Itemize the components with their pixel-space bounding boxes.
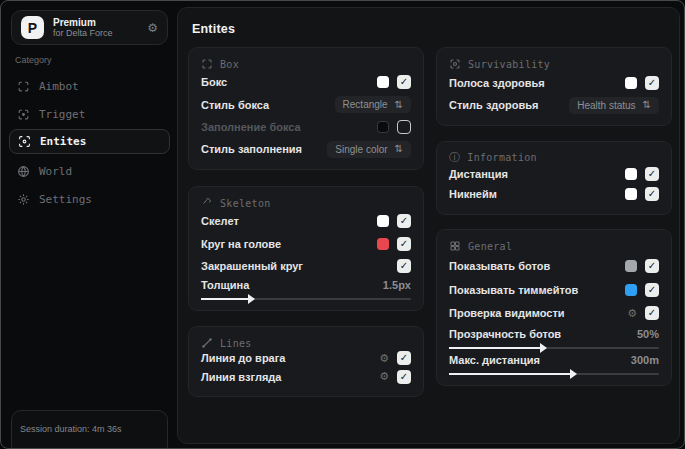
row-label: Макс. дистанция [449, 354, 540, 366]
session-duration-text: Session duration: 4m 36s [20, 424, 122, 434]
gear-icon[interactable]: ⚙ [379, 371, 389, 382]
slider-handle[interactable] [540, 343, 547, 353]
show-bots-row: Показывать ботов ✓ [449, 256, 659, 276]
max-distance-slider[interactable] [449, 373, 659, 375]
checkbox-checked[interactable]: ✓ [397, 259, 411, 273]
grid-icon [449, 240, 461, 252]
color-swatch[interactable] [625, 260, 637, 272]
checkbox-checked[interactable]: ✓ [645, 259, 659, 273]
row-label: Линия взгляда [201, 371, 281, 383]
bot-opacity-slider-group: Прозрачность ботов 50% [449, 327, 659, 349]
checkbox-checked[interactable]: ✓ [397, 75, 411, 89]
row-label: Никнейм [449, 188, 497, 200]
thickness-slider[interactable] [201, 298, 411, 300]
slider-handle[interactable] [570, 369, 577, 379]
line-icon [201, 337, 213, 349]
app-title: Premium [53, 17, 138, 29]
sidebar-item-world[interactable]: World [9, 160, 170, 183]
sidebar-item-settings[interactable]: Settings [9, 188, 170, 211]
health-bar-row: Полоса здоровья ✓ [449, 73, 659, 93]
checkbox-unchecked[interactable] [397, 120, 411, 134]
fill-style-dropdown[interactable]: Single color ⇅ [327, 141, 411, 158]
scan-heart-icon [449, 58, 461, 70]
category-label: Category [15, 55, 52, 65]
filled-circle-row: Закрашенный круг ✓ [201, 256, 411, 276]
distance-row: Дистанция ✓ [449, 164, 659, 184]
box-style-dropdown[interactable]: Rectangle ⇅ [335, 96, 411, 113]
session-duration-box: Session duration: 4m 36s [11, 410, 168, 449]
sidebar-item-aimbot[interactable]: Aimbot [9, 75, 170, 98]
gear-icon[interactable]: ⚙ [627, 308, 637, 319]
sidebar-item-entites[interactable]: Entites [9, 129, 170, 154]
checkbox-checked[interactable]: ✓ [645, 76, 659, 90]
lines-card: Lines Линия до врага ⚙ ✓ Линия взгляда ⚙… [188, 326, 424, 397]
checkbox-checked[interactable]: ✓ [397, 237, 411, 251]
box-fill-row: Заполнение бокса [201, 117, 411, 137]
skeleton-enable-row: Скелет ✓ [201, 211, 411, 231]
globe-icon [17, 165, 30, 178]
row-label: Показывать тиммейтов [449, 284, 578, 296]
row-label: Стиль здоровья [449, 99, 538, 111]
row-label: Показывать ботов [449, 260, 550, 272]
max-distance-slider-group: Макс. дистанция 300m [449, 353, 659, 375]
color-swatch[interactable] [377, 238, 389, 250]
sidebar-item-label: World [39, 165, 72, 178]
row-label: Полоса здоровья [449, 77, 545, 89]
sidebar-item-trigget[interactable]: Trigget [9, 103, 170, 126]
sidebar-item-label: Entites [40, 135, 86, 148]
checkbox-checked[interactable]: ✓ [645, 306, 659, 320]
information-card-header: ⓘ Information [449, 152, 659, 163]
scan-box-icon [201, 58, 213, 70]
gear-icon[interactable]: ⚙ [147, 22, 158, 34]
color-swatch[interactable] [377, 121, 389, 133]
row-label: Круг на голове [201, 238, 281, 250]
color-swatch[interactable] [377, 215, 389, 227]
survivability-card: Survivability Полоса здоровья ✓ Стиль зд… [436, 47, 672, 126]
survivability-card-header: Survivability [449, 58, 659, 70]
color-swatch[interactable] [625, 77, 637, 89]
health-style-dropdown[interactable]: Health status ⇅ [569, 97, 659, 114]
box-card: Box Бокс ✓ Стиль бокса Rectangle ⇅ Запол… [188, 47, 424, 170]
row-label: Дистанция [449, 168, 508, 180]
app-subtitle: for Delta Force [53, 28, 138, 38]
head-circle-row: Круг на голове ✓ [201, 234, 411, 254]
bone-icon [201, 197, 213, 209]
skeleton-card: Skeleton Скелет ✓ Круг на голове ✓ Закра… [188, 186, 424, 311]
row-label: Закрашенный круг [201, 260, 303, 272]
health-style-row: Стиль здоровья Health status ⇅ [449, 95, 659, 115]
row-label: Проверка видимости [449, 307, 565, 319]
row-label: Скелет [201, 215, 239, 227]
color-swatch[interactable] [377, 76, 389, 88]
app-logo: P [21, 16, 44, 39]
row-label: Прозрачность ботов [449, 328, 561, 340]
color-swatch[interactable] [625, 168, 637, 180]
general-card-header: General [449, 240, 659, 252]
crosshair-dot-icon [17, 108, 30, 121]
slider-handle[interactable] [248, 294, 255, 304]
gear-icon[interactable]: ⚙ [379, 353, 389, 364]
crosshair-corners-icon [17, 80, 30, 93]
row-label: Заполнение бокса [201, 121, 301, 133]
chevron-up-down-icon: ⇅ [395, 100, 403, 110]
checkbox-checked[interactable]: ✓ [397, 370, 411, 384]
chevron-up-down-icon: ⇅ [395, 144, 403, 154]
color-swatch[interactable] [625, 188, 637, 200]
sidebar-item-label: Aimbot [39, 80, 79, 93]
checkbox-checked[interactable]: ✓ [645, 283, 659, 297]
sidebar-item-label: Settings [39, 193, 92, 206]
bot-opacity-slider[interactable] [449, 347, 659, 349]
information-card: ⓘ Information Дистанция ✓ Никнейм ✓ [436, 141, 672, 215]
premium-card: P Premium for Delta Force ⚙ [11, 10, 168, 45]
color-swatch[interactable] [625, 284, 637, 296]
checkbox-checked[interactable]: ✓ [397, 214, 411, 228]
line-to-enemy-row: Линия до врага ⚙ ✓ [201, 349, 411, 368]
checkbox-checked[interactable]: ✓ [645, 167, 659, 181]
row-label: Стиль заполнения [201, 143, 302, 155]
box-card-header: Box [201, 58, 411, 70]
checkbox-checked[interactable]: ✓ [397, 351, 411, 365]
checkbox-checked[interactable]: ✓ [645, 187, 659, 201]
general-card: General Показывать ботов ✓ Показывать ти… [436, 229, 672, 386]
fill-style-row: Стиль заполнения Single color ⇅ [201, 139, 411, 159]
main-panel: Entites Box Бокс ✓ Стиль бокса Rectangle [177, 7, 680, 444]
box-enable-row: Бокс ✓ [201, 72, 411, 92]
